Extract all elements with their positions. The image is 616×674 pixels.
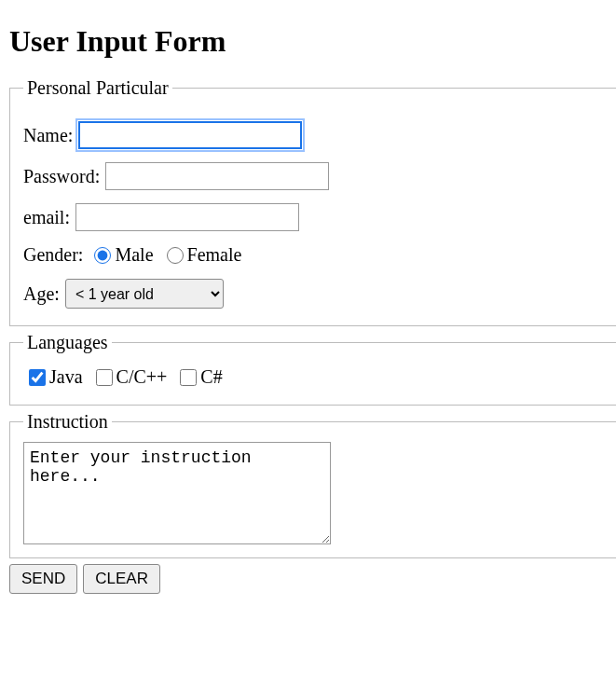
languages-fieldset: Languages Java C/C++ C# [9, 332, 616, 406]
lang-csharp-label: C# [200, 366, 222, 388]
gender-female-radio[interactable] [167, 247, 184, 264]
instruction-textarea[interactable] [23, 442, 331, 544]
lang-java-label: Java [49, 366, 83, 388]
lang-ccpp-label: C/C++ [116, 366, 168, 388]
button-row: SEND CLEAR [9, 564, 616, 594]
page-title: User Input Form [9, 24, 616, 59]
age-row: Age: < 1 year old [23, 279, 611, 309]
email-row: email: [23, 203, 611, 231]
gender-row: Gender: Male Female [23, 244, 611, 266]
instruction-fieldset: Instruction [9, 411, 616, 558]
clear-button[interactable]: CLEAR [83, 564, 160, 594]
lang-java-checkbox[interactable] [29, 369, 46, 386]
age-label: Age: [23, 283, 60, 305]
name-input[interactable] [78, 121, 302, 149]
email-label: email: [23, 207, 70, 228]
user-input-form: Personal Particular Name: Password: emai… [9, 77, 616, 594]
personal-legend: Personal Particular [23, 77, 172, 99]
instruction-legend: Instruction [23, 411, 112, 433]
name-row: Name: [23, 121, 611, 149]
gender-female-label: Female [187, 244, 242, 266]
password-row: Password: [23, 162, 611, 190]
age-select[interactable]: < 1 year old [65, 279, 224, 309]
password-label: Password: [23, 166, 100, 187]
lang-ccpp-checkbox[interactable] [96, 369, 113, 386]
email-input[interactable] [75, 203, 299, 231]
gender-label: Gender: [23, 244, 83, 266]
languages-row: Java C/C++ C# [23, 366, 228, 388]
name-label: Name: [23, 125, 73, 146]
languages-legend: Languages [23, 332, 112, 353]
personal-fieldset: Personal Particular Name: Password: emai… [9, 77, 616, 326]
lang-csharp-checkbox[interactable] [180, 369, 197, 386]
gender-male-label: Male [115, 244, 153, 266]
password-input[interactable] [105, 162, 329, 190]
gender-male-radio[interactable] [94, 247, 111, 264]
send-button[interactable]: SEND [9, 564, 77, 594]
